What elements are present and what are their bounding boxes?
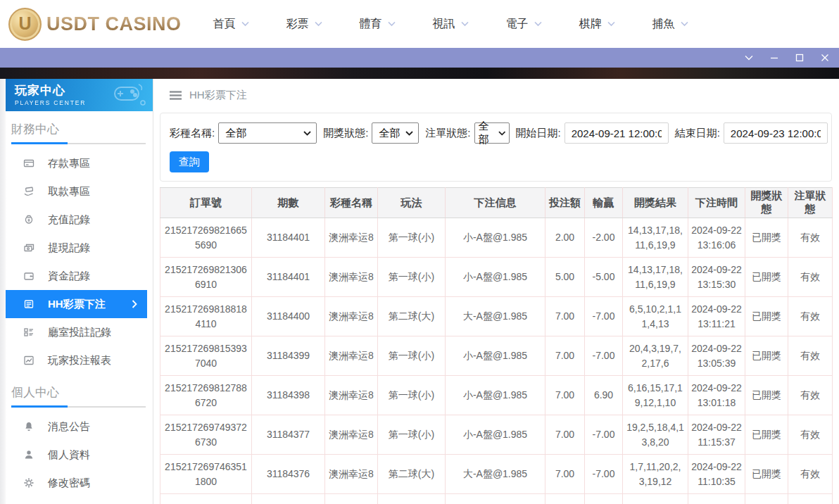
sidebar-item[interactable]: 玩家投注報表	[6, 346, 147, 374]
sidebar-item[interactable]: HH彩票下注	[6, 290, 147, 318]
main-nav: 首頁彩票體育視訊電子棋牌捕魚	[194, 17, 707, 32]
user-icon	[23, 449, 34, 460]
table-cell: -2.00	[585, 218, 623, 258]
close-icon[interactable]	[821, 53, 829, 62]
table-cell: 第二球(大)	[378, 297, 446, 336]
table-cell: 第二球(大)	[378, 455, 446, 494]
sidebar-item[interactable]: 資金記錄	[6, 262, 147, 290]
table-cell: 已開獎	[745, 258, 788, 297]
sidebar-item[interactable]: 個人資料	[6, 441, 147, 469]
table-cell: 31184401	[252, 258, 325, 297]
sidebar-section-label: 財務中心	[11, 121, 153, 137]
table-cell: -7.00	[585, 297, 623, 336]
column-header: 訂單號	[160, 188, 252, 218]
chevron-down-icon	[461, 21, 469, 27]
draw-status-value: 全部	[379, 127, 400, 140]
chevron-down-icon	[681, 21, 688, 27]
table-cell: 6,5,10,2,1,11,4,13	[623, 297, 688, 336]
sidebar-item[interactable]: 提現記錄	[6, 234, 147, 262]
sidebar-item[interactable]: 廳室投註記錄	[6, 318, 147, 346]
gamepad-icon	[111, 82, 147, 106]
brand-logo[interactable]: U USDT CASINO	[8, 8, 158, 41]
sidebar-item-label: 修改密碼	[48, 477, 90, 490]
table-cell: 2152172698188184110	[160, 297, 252, 336]
column-header: 期數	[252, 188, 325, 218]
report-chart-icon	[23, 355, 34, 366]
table-cell: -7.00	[585, 336, 623, 376]
table-cell: 澳洲幸运8	[325, 376, 378, 415]
lottery-bets-icon	[23, 298, 34, 310]
query-button[interactable]: 查詢	[170, 151, 209, 172]
table-cell: 1,7,11,20,2,3,19,12	[623, 455, 688, 494]
lottery-name-select[interactable]: 全部	[218, 122, 317, 144]
brand-name: USDT CASINO	[46, 13, 182, 35]
content-area: HH彩票下注 彩種名稱: 全部 開獎狀態: 全部	[153, 79, 839, 504]
table-cell	[446, 494, 545, 504]
table-cell: 第一球(小)	[378, 415, 446, 455]
table-cell	[585, 494, 623, 504]
column-header: 玩法	[378, 188, 446, 218]
table-cell: 31184376	[252, 455, 325, 494]
table-cell: 2024-09-22 13:16:06	[688, 218, 745, 258]
start-date-input[interactable]	[564, 122, 669, 144]
table-cell: 2024-09-22 13:11:21	[688, 297, 745, 336]
nav-item[interactable]: 彩票	[267, 17, 341, 32]
order-status-value: 全部	[479, 120, 499, 146]
table-cell: 有效	[788, 455, 833, 494]
maximize-icon[interactable]	[795, 53, 804, 62]
draw-status-select[interactable]: 全部	[372, 122, 419, 144]
nav-item-label: 捕魚	[652, 17, 675, 32]
table-cell: 31184398	[252, 376, 325, 415]
sidebar-item-label: 個人資料	[48, 448, 90, 462]
table-cell: 已開獎	[745, 297, 788, 336]
sidebar-item[interactable]: 消息公告	[6, 412, 147, 441]
table-cell: 第一球(小)	[378, 218, 446, 258]
table-cell	[745, 494, 788, 504]
sidebar-item[interactable]: 修改密碼	[6, 469, 147, 497]
sidebar-item[interactable]: 取款專區	[6, 177, 147, 206]
recharge-bag-icon	[23, 214, 34, 225]
table-cell: 第一球(小)	[378, 336, 446, 376]
column-header: 下注時間	[688, 188, 745, 218]
nav-item-label: 彩票	[286, 17, 309, 32]
chevron-down-icon[interactable]	[745, 53, 753, 62]
nav-item-label: 視訊	[433, 17, 455, 32]
table-cell	[378, 494, 446, 504]
chevron-down-icon	[405, 131, 413, 136]
end-date-input[interactable]	[724, 122, 828, 144]
minimize-icon[interactable]	[770, 53, 778, 62]
sidebar-item-label: HH彩票下注	[48, 298, 106, 311]
main-shell: 玩家中心 PLAYERS CENTER 財務中心存款專區取款專區充值記錄提現記錄…	[0, 79, 839, 504]
filter-panel: 彩種名稱: 全部 開獎狀態: 全部 注單狀態:	[160, 113, 832, 182]
nav-item[interactable]: 首頁	[194, 17, 267, 32]
table-header-row: 訂單號期數彩種名稱玩法下注信息投注額輸贏開獎結果下注時間開獎狀態注單狀態	[160, 188, 833, 218]
table-cell	[325, 494, 378, 504]
nav-item[interactable]: 體育	[341, 17, 414, 32]
table-row: 215217269821665569031184401澳洲幸运8第一球(小)小-…	[160, 218, 833, 258]
table-cell: 6.90	[585, 376, 623, 415]
table-cell: 7.00	[545, 376, 585, 415]
sidebar-item[interactable]: 充值記錄	[6, 206, 147, 234]
sidebar-item-label: 消息公告	[48, 420, 90, 434]
nav-item[interactable]: 視訊	[414, 17, 487, 32]
nav-item[interactable]: 棋牌	[560, 17, 633, 32]
table-cell: 小-A盤@1.985	[446, 415, 545, 455]
table-cell: -5.00	[585, 258, 623, 297]
nav-item[interactable]: 電子	[487, 17, 560, 32]
menu-toggle-icon[interactable]	[170, 91, 182, 100]
table-cell: 小-A盤@1.985	[446, 376, 545, 415]
table-cell: 有效	[788, 297, 833, 336]
column-header: 注單狀態	[788, 188, 833, 218]
table-row: 215217269815393704031184399澳洲幸运8第一球(小)小-…	[160, 336, 833, 376]
sidebar-section-label: 個人中心	[11, 384, 153, 401]
table-cell: 2024-09-22 11:15:37	[688, 415, 745, 455]
column-header: 下注信息	[446, 188, 545, 218]
table-cell	[160, 494, 252, 504]
order-status-select[interactable]: 全部	[474, 122, 510, 144]
withdraw-hand-icon	[23, 186, 34, 197]
chevron-down-icon	[241, 21, 249, 27]
sidebar-item[interactable]: 存款專區	[6, 149, 147, 177]
chevron-down-icon	[388, 21, 396, 27]
nav-item[interactable]: 捕魚	[633, 17, 707, 32]
table-cell: 6,16,15,17,19,12,1,10	[623, 376, 688, 415]
